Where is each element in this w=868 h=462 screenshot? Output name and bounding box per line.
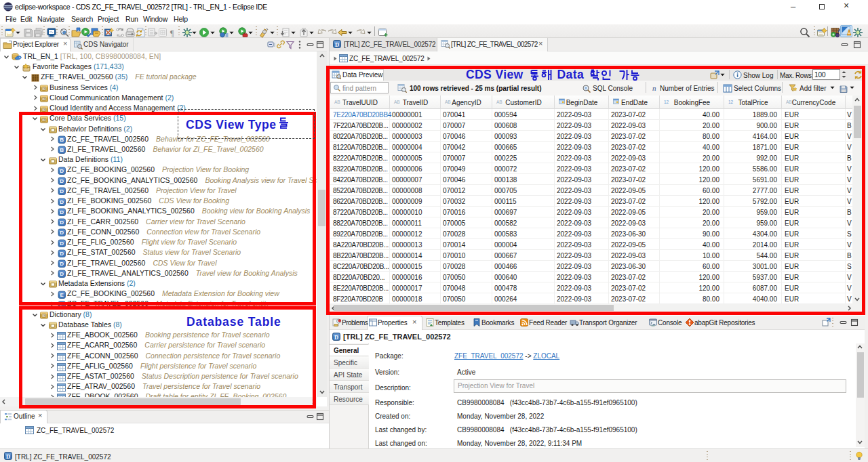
svg-text:D: D	[6, 453, 10, 460]
svg-text:G: G	[43, 108, 45, 111]
svg-text:D: D	[334, 334, 338, 341]
svg-text:¶: ¶	[170, 28, 174, 38]
svg-text:G: G	[43, 87, 45, 90]
svg-text:G: G	[43, 98, 45, 101]
svg-text:D: D	[335, 41, 339, 48]
